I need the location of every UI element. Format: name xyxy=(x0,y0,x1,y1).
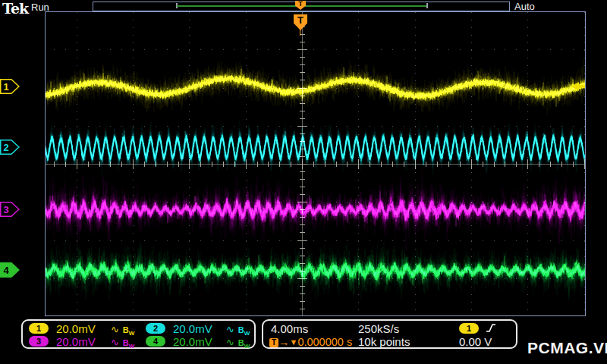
svg-text:3: 3 xyxy=(3,204,8,215)
ch2-scale-value: 20.0mV xyxy=(173,322,212,335)
timebase-readout: 4.00ms xyxy=(271,323,308,335)
waveform-canvas xyxy=(46,12,585,315)
ch1-scale-value: 20.0mV xyxy=(56,322,96,335)
ch2-coupling-icon: ∿ xyxy=(226,324,234,335)
ch1-badge[interactable]: 1 xyxy=(29,323,49,334)
trigger-position-stem xyxy=(300,30,300,36)
ch4-scale-value: 20.0mV xyxy=(173,335,212,348)
ch3-scale: 20.0mV ∿BW xyxy=(56,336,134,348)
scope-display xyxy=(45,11,586,316)
ch3-coupling-icon: ∿ xyxy=(111,337,119,348)
tek-logo: Tek xyxy=(2,0,28,17)
ch3-scale-value: 20.0mV xyxy=(56,335,96,348)
record-length-readout: 10k points xyxy=(358,336,410,348)
ch1-bw-icon: B xyxy=(123,325,129,334)
trigger-level-arrow-icon[interactable] xyxy=(571,82,585,91)
trigger-position-value: 0.000000 s xyxy=(297,336,352,348)
ch1-scale: 20.0mV ∿BW xyxy=(56,323,134,335)
ch4-badge[interactable]: 4 xyxy=(146,336,165,347)
trigger-arrow-glyph: → xyxy=(278,336,290,348)
record-window-right-bracket xyxy=(426,3,428,8)
svg-text:1: 1 xyxy=(3,81,8,93)
oscilloscope-screen: { "header": { "logo": "Tek", "acquisitio… xyxy=(0,0,607,364)
trigger-position-readout: T→▼0.000000 s xyxy=(269,336,352,348)
ch4-scale: 20.0mV ∿BW xyxy=(173,336,250,348)
ch1-coupling-icon: ∿ xyxy=(111,324,119,335)
ch3-bw-icon: B xyxy=(123,338,129,347)
trigger-source-badge[interactable]: 1 xyxy=(459,323,479,334)
svg-text:2: 2 xyxy=(3,142,8,153)
ch3-badge[interactable]: 3 xyxy=(29,336,49,347)
ch4-bw-sub: W xyxy=(244,343,250,350)
trigger-marker-glyph: ▼ xyxy=(290,337,298,347)
ch2-badge[interactable]: 2 xyxy=(146,323,165,334)
ch3-bw-sub: W xyxy=(129,343,135,350)
channel-1-marker[interactable]: 1 xyxy=(0,79,20,94)
trigger-arrow-tail xyxy=(579,85,585,88)
svg-text:4: 4 xyxy=(3,265,9,276)
ch2-bw-icon: B xyxy=(238,325,244,334)
channel-readout-box: 1 20.0mV ∿BW 2 20.0mV ∿BW 3 20.0mV ∿BW 4… xyxy=(21,319,256,349)
sample-rate-readout: 250kS/s xyxy=(358,323,399,335)
ch4-coupling-icon: ∿ xyxy=(226,337,234,348)
horizontal-trigger-readout-box: 4.00ms 250kS/s 1 T→▼0.000000 s 10k point… xyxy=(262,319,517,349)
channel-2-marker[interactable]: 2 xyxy=(0,140,20,155)
trigger-slope-icon xyxy=(486,322,496,334)
channel-4-marker[interactable]: 4 xyxy=(0,262,20,278)
ch2-scale: 20.0mV ∿BW xyxy=(173,323,250,335)
channel-3-marker[interactable]: 3 xyxy=(0,202,20,217)
trigger-t-icon: T xyxy=(269,338,278,347)
trigger-level-readout: 0.00 V xyxy=(459,336,492,348)
trigger-arrow-tip xyxy=(571,82,579,91)
ch4-bw-icon: B xyxy=(238,338,244,347)
watermark: PCMAG.VN xyxy=(527,339,607,357)
trigger-mode-label: Auto xyxy=(514,1,535,12)
